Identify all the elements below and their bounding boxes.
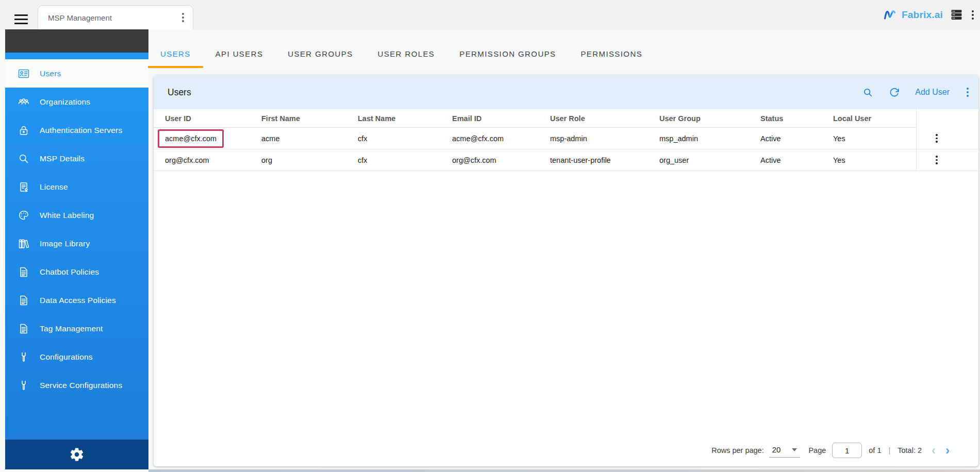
hamburger-menu-icon[interactable] [14, 14, 28, 26]
page-number-input[interactable] [832, 443, 862, 458]
wrench-icon [18, 379, 30, 392]
sidebar-item-service-configurations[interactable]: Service Configurations [5, 371, 148, 399]
tab-user-groups[interactable]: USER GROUPS [275, 39, 365, 68]
msp-management-screen: MSP Management Fabrix.ai [0, 0, 980, 472]
books-icon [18, 238, 30, 250]
table-row[interactable]: org@cfx.com org cfx org@cfx.com tenant-u… [154, 149, 978, 171]
sidebar-item-label: MSP Details [40, 154, 85, 163]
cell-last-name: cfx [346, 149, 441, 171]
cell-user-group: msp_admin [648, 128, 749, 149]
sidebar: Users Organizations Authentication Serve… [5, 29, 148, 469]
cell-user-id: acme@cfx.com [154, 128, 250, 149]
cell-first-name: acme [250, 128, 346, 149]
wrench-icon [18, 351, 30, 363]
people-group-icon [18, 96, 30, 108]
highlight-box: acme@cfx.com [158, 129, 224, 148]
sidebar-item-license[interactable]: License [5, 173, 148, 201]
sidebar-item-label: Configurations [40, 352, 93, 362]
search-icon[interactable] [862, 87, 873, 98]
column-header-user-id[interactable]: User ID [154, 109, 250, 128]
sidebar-blue-strip [5, 53, 148, 59]
cell-user-role: msp-admin [539, 128, 648, 149]
add-user-button[interactable]: Add User [915, 88, 950, 97]
brand-name: Fabrix.ai [902, 9, 943, 21]
sidebar-dark-header [5, 29, 148, 53]
row-actions-dots-icon[interactable] [934, 154, 939, 166]
sidebar-item-msp-details[interactable]: MSP Details [5, 144, 148, 173]
panel-overflow-dots-icon[interactable] [965, 86, 970, 98]
rows-per-page-value: 20 [772, 445, 781, 454]
pagination-bar: Rows per page: 20 Page of 1 | Total: 2 ‹… [711, 443, 950, 458]
sidebar-item-data-access-policies[interactable]: Data Access Policies [5, 286, 148, 314]
total-count-label: Total: 2 [898, 446, 922, 454]
app-stack-icon[interactable] [950, 9, 963, 21]
cell-email-id: org@cfx.com [441, 149, 539, 171]
page-label: Page [808, 446, 826, 454]
panel-actions: Add User [862, 86, 970, 98]
page-of-label: of 1 [869, 446, 881, 454]
sidebar-nav: Users Organizations Authentication Serve… [5, 59, 148, 440]
sidebar-item-tag-management[interactable]: Tag Management [5, 314, 148, 343]
document-icon [18, 266, 30, 278]
app-tab-title: MSP Management [48, 13, 180, 22]
document-icon [18, 294, 30, 307]
horizontal-scrollbar[interactable] [148, 469, 980, 472]
column-header-last-name[interactable]: Last Name [346, 109, 441, 128]
sidebar-item-chatbot-policies[interactable]: Chatbot Policies [5, 258, 148, 286]
document-icon [18, 323, 30, 335]
tab-permissions[interactable]: PERMISSIONS [568, 39, 655, 68]
sidebar-item-users[interactable]: Users [5, 59, 148, 88]
cell-status: Active [749, 149, 822, 171]
tab-user-roles[interactable]: USER ROLES [366, 39, 447, 68]
sidebar-item-image-library[interactable]: Image Library [5, 229, 148, 258]
cell-local-user: Yes [822, 149, 916, 171]
chevron-left-icon[interactable]: ‹ [932, 445, 936, 456]
sidebar-item-label: Data Access Policies [40, 296, 116, 305]
lock-icon [18, 124, 30, 137]
sidebar-item-white-labeling[interactable]: White Labeling [5, 201, 148, 229]
sidebar-item-configurations[interactable]: Configurations [5, 343, 148, 371]
users-panel-header: Users Add User [154, 75, 978, 109]
rows-per-page-label: Rows per page: [711, 446, 764, 454]
certificate-icon [18, 181, 30, 193]
top-bar-overflow-dots-icon[interactable] [970, 9, 975, 21]
sidebar-item-organizations[interactable]: Organizations [5, 88, 148, 116]
cell-local-user: Yes [822, 128, 916, 149]
column-header-email-id[interactable]: Email ID [441, 109, 539, 128]
column-header-local-user[interactable]: Local User [822, 109, 916, 128]
chevron-right-icon[interactable]: › [945, 445, 950, 456]
top-bar-right: Fabrix.ai [883, 0, 975, 29]
cell-user-id: org@cfx.com [154, 149, 250, 171]
rows-per-page-select[interactable]: 20 [769, 443, 801, 458]
tab-api-users[interactable]: API USERS [203, 39, 276, 68]
sidebar-item-label: White Labeling [40, 211, 94, 220]
column-header-first-name[interactable]: First Name [250, 109, 346, 128]
users-panel: Users Add User User ID First Name Last N… [154, 75, 978, 466]
column-header-user-role[interactable]: User Role [539, 109, 648, 128]
app-tab[interactable]: MSP Management [38, 5, 193, 29]
row-actions-dots-icon[interactable] [934, 132, 939, 144]
magnifier-icon [18, 153, 30, 165]
brand-logo[interactable]: Fabrix.ai [883, 9, 943, 21]
tab-permission-groups[interactable]: PERMISSION GROUPS [447, 39, 568, 68]
cell-status: Active [749, 128, 822, 149]
contact-card-icon [18, 68, 30, 80]
section-tabs: USERS API USERS USER GROUPS USER ROLES P… [148, 39, 655, 68]
column-header-status[interactable]: Status [749, 109, 822, 128]
column-header-user-group[interactable]: User Group [648, 109, 749, 128]
tab-users[interactable]: USERS [148, 39, 203, 68]
app-tab-overflow-dots-icon[interactable] [180, 11, 186, 24]
table-row[interactable]: acme@cfx.com acme cfx acme@cfx.com msp-a… [154, 128, 978, 149]
table-header-row: User ID First Name Last Name Email ID Us… [154, 109, 978, 128]
refresh-icon[interactable] [889, 87, 900, 98]
chevron-down-icon [792, 448, 797, 451]
brand-wave-icon [883, 9, 899, 20]
cell-first-name: org [250, 149, 346, 171]
sidebar-item-authentication-servers[interactable]: Authentication Servers [5, 116, 148, 144]
settings-gear-icon[interactable] [69, 447, 85, 462]
cell-last-name: cfx [346, 128, 441, 149]
cell-user-role: tenant-user-profile [539, 149, 648, 171]
cell-actions [916, 149, 978, 171]
sidebar-item-label: Authentication Servers [40, 126, 122, 135]
cell-user-group: org_user [648, 149, 749, 171]
